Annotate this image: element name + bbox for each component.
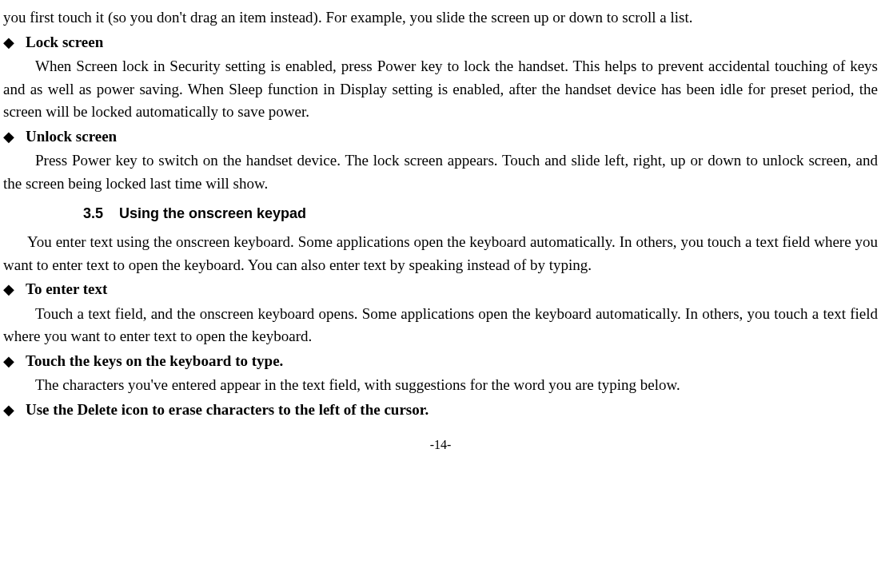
section-intro: You enter text using the onscreen keyboa… [3,231,878,276]
section-title: Using the onscreen keypad [119,205,306,221]
bullet-use-delete-title: Use the Delete icon to erase characters … [26,399,429,422]
bullet-to-enter-text-title: To enter text [26,278,107,301]
page-number: -14- [3,435,878,455]
diamond-icon: ◆ [3,282,14,296]
intro-fragment: you first touch it (so you don't drag an… [3,6,878,30]
diamond-icon: ◆ [3,35,14,50]
section-heading: 3.5Using the onscreen keypad [83,203,878,224]
bullet-use-delete: ◆ Use the Delete icon to erase character… [3,399,878,422]
bullet-touch-keys: ◆ Touch the keys on the keyboard to type… [3,350,878,373]
diamond-icon: ◆ [3,129,14,144]
diamond-icon: ◆ [3,354,14,368]
bullet-to-enter-text: ◆ To enter text [3,278,878,301]
diamond-icon: ◆ [3,403,14,417]
unlock-screen-body: Press Power key to switch on the handset… [3,149,878,195]
bullet-unlock-screen-title: Unlock screen [26,125,117,149]
bullet-lock-screen-title: Lock screen [26,31,103,54]
bullet-lock-screen: ◆ Lock screen [3,31,878,54]
bullet-touch-keys-title: Touch the keys on the keyboard to type. [26,350,283,373]
touch-keys-body: The characters you've entered appear in … [3,374,878,397]
bullet-unlock-screen: ◆ Unlock screen [3,125,878,149]
lock-screen-body: When Screen lock in Security setting is … [3,55,878,124]
section-number: 3.5 [83,203,103,224]
to-enter-text-body: Touch a text field, and the onscreen key… [3,303,878,348]
